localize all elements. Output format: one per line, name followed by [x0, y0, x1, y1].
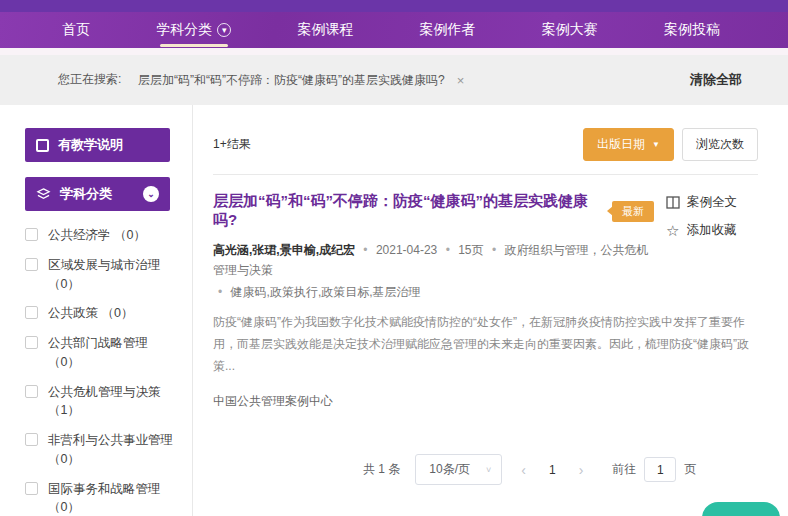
result-actions: 案例全文 ☆ 添加收藏	[666, 194, 758, 250]
checkbox-icon[interactable]	[25, 228, 38, 241]
floating-action-button[interactable]	[702, 502, 780, 516]
pagination-total: 共 1 条	[363, 461, 400, 478]
subject-section-title: 学科分类	[60, 185, 112, 203]
checkbox-icon[interactable]	[25, 385, 38, 398]
subject-list: 公共经济学 （0）区域发展与城市治理 （0）公共政策 （0）公共部门战略管理 （…	[25, 226, 192, 516]
result-source: 中国公共管理案例中心	[213, 393, 758, 410]
close-icon[interactable]: ×	[457, 73, 465, 88]
nav-item[interactable]: 案例投稿	[664, 12, 720, 48]
category-icon	[36, 188, 51, 201]
nav-item-label: 案例课程	[297, 21, 353, 39]
result-keywords-row: • 健康码,政策执行,政策目标,基层治理	[213, 283, 654, 303]
fulltext-button[interactable]: 案例全文	[666, 194, 758, 211]
filter-option-label: 区域发展与城市治理 （0）	[48, 256, 177, 294]
checkbox-icon[interactable]	[25, 336, 38, 349]
bullet-separator: •	[218, 285, 222, 299]
result-authors: 高光涵,张珺,景申榆,成纪宏	[213, 243, 355, 257]
checkbox-icon[interactable]	[25, 433, 38, 446]
subject-section-header[interactable]: 学科分类 ⌄	[25, 177, 170, 211]
page-size-value: 10条/页	[429, 461, 470, 478]
chevron-down-icon: ▾	[217, 23, 231, 37]
page-size-select[interactable]: 10条/页 ˅	[415, 454, 502, 485]
filter-option-label: 公共危机管理与决策 （1）	[48, 383, 177, 421]
teaching-note-filter[interactable]: 有教学说明	[25, 128, 170, 162]
clear-all-button[interactable]: 清除全部	[690, 71, 742, 89]
result-keywords: 健康码,政策执行,政策目标,基层治理	[231, 285, 421, 299]
filter-option-label: 公共部门战略管理 （0）	[48, 334, 177, 372]
nav-item[interactable]: 首页	[62, 12, 90, 48]
nav-item[interactable]: 案例课程	[297, 12, 353, 48]
filter-option-label: 公共经济学 （0）	[48, 226, 146, 245]
result-abstract: 防疫“健康码”作为我国数字化技术赋能疫情防控的“处女作”，在新冠肺炎疫情防控实践…	[213, 312, 758, 377]
add-favorite-button[interactable]: ☆ 添加收藏	[666, 222, 758, 239]
nav-item-label: 案例大赛	[542, 21, 598, 39]
prev-page-button[interactable]: ‹	[517, 462, 530, 478]
sort-publish-date-button[interactable]: 出版日期 ▼	[583, 128, 674, 161]
bullet-separator: •	[363, 243, 367, 257]
sort-views-button[interactable]: 浏览次数	[682, 128, 758, 161]
filter-sidebar: 有教学说明 学科分类 ⌄ 公共经济学 （0）区域发展与城市治理 （0）公共政策 …	[25, 105, 193, 516]
search-status-bar: 您正在搜索: 层层加“码”和“码”不停蹄：防疫“健康码”的基层实践健康吗? × …	[0, 55, 788, 105]
search-term-tag: 层层加“码”和“码”不停蹄：防疫“健康码”的基层实践健康吗? ×	[138, 72, 464, 89]
nav-item[interactable]: 案例大赛	[542, 12, 598, 48]
nav-item-label: 案例作者	[420, 21, 476, 39]
nav-item[interactable]: 学科分类▾	[156, 12, 231, 48]
filter-option[interactable]: 公共危机管理与决策 （1）	[25, 383, 177, 421]
checkbox-icon[interactable]	[36, 139, 49, 152]
chevron-down-icon: ˅	[486, 465, 491, 475]
nav-sub-strip	[0, 48, 788, 55]
sort-publish-date-label: 出版日期	[597, 136, 645, 153]
results-panel: 1+结果 出版日期 ▼ 浏览次数 层层加“码”和“码”不停蹄：防疫“健康码”的基…	[193, 105, 758, 516]
search-status-label: 您正在搜索:	[58, 71, 124, 88]
pagination: 共 1 条 10条/页 ˅ ‹ 1 › 前往 页	[363, 454, 758, 485]
filter-option[interactable]: 公共经济学 （0）	[25, 226, 177, 245]
filter-option[interactable]: 国际事务和战略管理 （0）	[25, 480, 177, 516]
nav-item-label: 案例投稿	[664, 21, 720, 39]
nav-item[interactable]: 案例作者	[420, 12, 476, 48]
nav-item-label: 首页	[62, 21, 90, 39]
results-toolbar: 1+结果 出版日期 ▼ 浏览次数	[213, 128, 758, 161]
star-icon: ☆	[666, 223, 679, 238]
new-badge: 最新	[612, 201, 654, 222]
caret-down-icon: ▼	[652, 140, 660, 149]
checkbox-icon[interactable]	[25, 258, 38, 271]
fulltext-label: 案例全文	[687, 194, 737, 211]
page-unit-label: 页	[684, 461, 696, 478]
filter-option-label: 非营利与公共事业管理 （0）	[48, 431, 177, 469]
filter-option[interactable]: 公共政策 （0）	[25, 304, 177, 323]
filter-option[interactable]: 非营利与公共事业管理 （0）	[25, 431, 177, 469]
checkbox-icon[interactable]	[25, 306, 38, 319]
goto-page: 前往 页	[612, 457, 696, 482]
result-pages: 15页	[458, 243, 483, 257]
bullet-separator: •	[492, 243, 496, 257]
main-nav: 首页学科分类▾案例课程案例作者案例大赛案例投稿	[0, 12, 788, 48]
result-item: 层层加“码”和“码”不停蹄：防疫“健康码”的基层实践健康吗? 最新 高光涵,张珺…	[213, 175, 758, 410]
search-term-text: 层层加“码”和“码”不停蹄：防疫“健康码”的基层实践健康吗?	[138, 72, 445, 89]
page-number[interactable]: 1	[545, 463, 560, 477]
filter-option-label: 公共政策 （0）	[48, 304, 133, 323]
result-meta: 高光涵,张珺,景申榆,成纪宏 • 2021-04-23 • 15页 • 政府组织…	[213, 241, 758, 302]
teaching-note-label: 有教学说明	[58, 136, 123, 154]
top-strip	[0, 0, 788, 12]
results-count: 1+结果	[213, 136, 251, 153]
filter-option[interactable]: 区域发展与城市治理 （0）	[25, 256, 177, 294]
document-icon	[666, 196, 680, 209]
add-favorite-label: 添加收藏	[686, 222, 736, 239]
next-page-button[interactable]: ›	[575, 462, 588, 478]
filter-option[interactable]: 公共部门战略管理 （0）	[25, 334, 177, 372]
result-title-link[interactable]: 层层加“码”和“码”不停蹄：防疫“健康码”的基层实践健康吗?	[213, 192, 602, 230]
bullet-separator: •	[446, 243, 450, 257]
sort-buttons: 出版日期 ▼ 浏览次数	[583, 128, 758, 161]
goto-label: 前往	[612, 461, 636, 478]
content-area: 有教学说明 学科分类 ⌄ 公共经济学 （0）区域发展与城市治理 （0）公共政策 …	[0, 105, 788, 516]
result-date: 2021-04-23	[376, 243, 437, 257]
nav-item-label: 学科分类	[156, 21, 212, 39]
filter-option-label: 国际事务和战略管理 （0）	[48, 480, 177, 516]
goto-page-input[interactable]	[644, 457, 676, 482]
chevron-down-icon[interactable]: ⌄	[143, 186, 159, 202]
checkbox-icon[interactable]	[25, 482, 38, 495]
